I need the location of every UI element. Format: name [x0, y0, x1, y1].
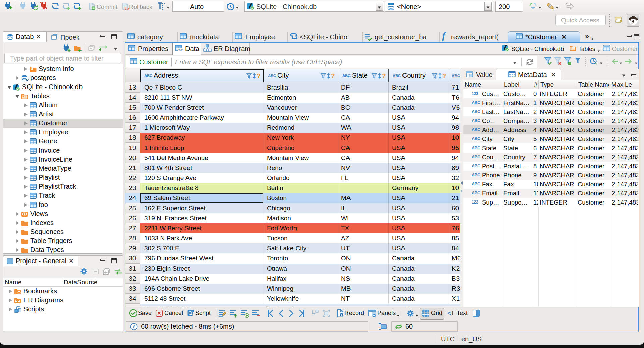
svg-text:i: i: [133, 324, 135, 329]
svg-text:★: ★: [17, 291, 21, 295]
svg-text:i: i: [341, 313, 342, 317]
svg-text:i: i: [31, 66, 32, 70]
